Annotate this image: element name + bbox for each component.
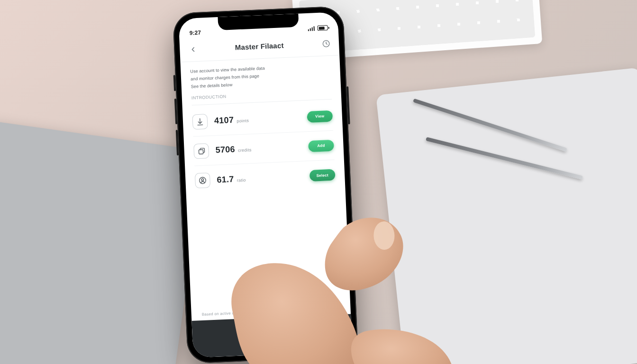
stats-list: 4107 points View 5706 credits Add (192, 101, 336, 196)
grid-icon (295, 323, 304, 332)
row-value: 61.7 (217, 174, 234, 185)
row-unit: credits (238, 147, 252, 153)
row-action-button[interactable]: Select (309, 169, 336, 182)
nav-home[interactable]: Home (237, 325, 252, 339)
back-button[interactable] (186, 42, 200, 56)
desk-notepad (376, 67, 637, 364)
phone-mute-switch (173, 75, 176, 91)
status-time: 9:27 (190, 29, 201, 36)
layers-icon (193, 143, 209, 159)
phone-power-button (346, 86, 350, 124)
history-button[interactable] (320, 37, 333, 50)
nav-label: More (295, 333, 303, 337)
nav-stats[interactable]: Stats (264, 324, 279, 337)
list-item: 61.7 ratio Select (194, 160, 336, 196)
chart-icon (267, 324, 276, 333)
row-unit: points (237, 118, 249, 124)
download-icon (192, 114, 208, 129)
nav-label: Home (240, 335, 249, 339)
home-icon (240, 325, 249, 334)
nav-label: Stats (268, 334, 276, 337)
row-value: 5706 (215, 145, 235, 155)
svg-rect-1 (199, 149, 203, 154)
svg-point-7 (296, 327, 298, 328)
svg-point-5 (298, 324, 300, 326)
svg-point-3 (201, 179, 204, 181)
row-action-button[interactable]: View (307, 110, 333, 122)
home-indicator[interactable] (244, 347, 301, 352)
desk-laptop (0, 117, 206, 364)
clock-icon (322, 39, 331, 48)
profile-icon (195, 173, 210, 188)
nav-more[interactable]: More (292, 323, 307, 337)
phone-screen: 9:27 Master Filaact Use account to view … (179, 12, 353, 358)
svg-point-9 (300, 326, 302, 328)
section-caption: INTRODUCTION (191, 90, 332, 100)
phone-frame: 9:27 Master Filaact Use account to view … (173, 6, 358, 364)
svg-point-4 (296, 324, 298, 326)
row-action-button[interactable]: Add (308, 139, 334, 152)
chevron-left-icon (189, 46, 197, 54)
signal-icon (308, 26, 315, 31)
svg-point-6 (300, 324, 302, 326)
row-unit: ratio (237, 177, 246, 182)
contact-link[interactable]: Contact us (200, 297, 341, 308)
svg-point-8 (299, 327, 300, 328)
phone-volume-up (174, 99, 177, 124)
bottom-nav: Home Stats More (191, 314, 352, 358)
row-value: 4107 (214, 115, 234, 126)
content-area: Use account to view the available data a… (181, 55, 351, 321)
intro-text: Use account to view the available data a… (190, 63, 331, 90)
page-title: Master Filaact (235, 41, 283, 51)
battery-icon (317, 25, 328, 31)
